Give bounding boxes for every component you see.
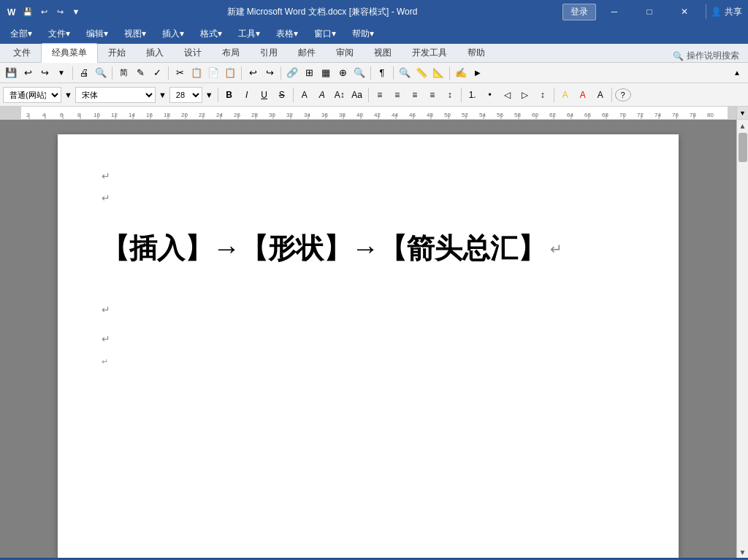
toolbar-collapse[interactable]: ▲	[729, 65, 745, 81]
font-selector[interactable]: 宋体	[75, 87, 156, 103]
style-dropdown-arrow[interactable]: ▼	[63, 91, 74, 99]
tab-references[interactable]: 引用	[250, 44, 288, 62]
ruler-collapse-button[interactable]: ▼	[736, 107, 748, 120]
menu-file[interactable]: 文件▾	[41, 26, 77, 42]
toolbar-save[interactable]: 💾	[3, 65, 19, 81]
undo-icon[interactable]: ↩	[38, 6, 50, 18]
sort[interactable]: ↕	[535, 87, 551, 103]
toolbar-redo[interactable]: ↪	[37, 65, 53, 81]
toolbar-format-marks[interactable]: ¶	[374, 65, 390, 81]
close-button[interactable]: ✕	[668, 0, 701, 23]
toolbar-field[interactable]: ⊕	[335, 65, 351, 81]
sep2	[112, 66, 112, 80]
svg-text:48: 48	[427, 112, 433, 118]
menu-tools[interactable]: 工具▾	[231, 26, 267, 42]
tab-home[interactable]: 开始	[98, 44, 136, 62]
save-icon[interactable]: 💾	[22, 6, 34, 18]
tab-classic[interactable]: 经典菜单	[41, 43, 98, 63]
toolbar-preview[interactable]: 🔍	[93, 65, 109, 81]
toolbar-search[interactable]: 🔍	[351, 65, 367, 81]
font-dropdown-arrow[interactable]: ▼	[157, 91, 168, 99]
paragraph-3: ↵	[102, 290, 635, 319]
toolbar-table[interactable]: ⊞	[301, 65, 317, 81]
login-button[interactable]: 登录	[562, 4, 596, 20]
toolbar-hyperlink[interactable]: 🔗	[284, 65, 300, 81]
line-spacing[interactable]: ↕	[442, 87, 458, 103]
svg-text:74: 74	[654, 112, 661, 118]
toolbar-ruler[interactable]: 📏	[413, 65, 430, 81]
underline-button[interactable]: U	[256, 87, 272, 103]
toolbar-paste-format[interactable]: 📋	[222, 65, 238, 81]
toolbar-copy[interactable]: 📋	[188, 65, 205, 81]
highlight-button[interactable]: A	[314, 87, 330, 103]
char-spacing-button[interactable]: A↕	[332, 87, 348, 103]
tab-developer[interactable]: 开发工具	[402, 44, 457, 62]
bold-button[interactable]: B	[221, 87, 237, 103]
italic-button[interactable]: I	[239, 87, 255, 103]
menu-help[interactable]: 帮助▾	[345, 26, 381, 42]
decrease-indent[interactable]: ◁	[500, 87, 516, 103]
tab-layout[interactable]: 布局	[212, 44, 250, 62]
increase-indent[interactable]: ▷	[517, 87, 533, 103]
tab-file[interactable]: 文件	[3, 44, 41, 62]
menu-table[interactable]: 表格▾	[269, 26, 305, 42]
toolbar-undo2[interactable]: ↩	[245, 65, 261, 81]
font-color-button[interactable]: A	[297, 87, 313, 103]
size-dropdown-arrow[interactable]: ▼	[204, 91, 215, 99]
share-button[interactable]: 👤 共享	[711, 6, 742, 18]
toolbar-highlight[interactable]: ✍	[453, 65, 469, 81]
justify[interactable]: ≡	[424, 87, 440, 103]
align-center[interactable]: ≡	[389, 87, 405, 103]
main-text[interactable]: 【插入】→【形状】→【箭头总汇】	[102, 229, 546, 268]
char-border[interactable]: A	[592, 87, 608, 103]
tab-view[interactable]: 视图	[364, 44, 402, 62]
restore-button[interactable]: □	[633, 0, 666, 23]
menu-view[interactable]: 视图▾	[117, 26, 153, 42]
redo-icon[interactable]: ↪	[54, 6, 66, 18]
toolbar-simplified[interactable]: 简	[115, 65, 131, 81]
document-page[interactable]: ↵ ↵ 【插入】→【形状】→【箭头总汇】 ↵ ↵ ↵ ↵	[58, 134, 679, 558]
scroll-thumb[interactable]	[739, 133, 747, 162]
bullet-list[interactable]: •	[482, 87, 498, 103]
svg-text:26: 26	[234, 112, 240, 118]
toolbar-check[interactable]: ✓	[149, 65, 165, 81]
tab-insert[interactable]: 插入	[136, 44, 174, 62]
tab-design[interactable]: 设计	[174, 44, 212, 62]
menu-all[interactable]: 全部▾	[3, 26, 39, 42]
toolbar-redo2[interactable]: ↪	[262, 65, 278, 81]
toolbar-nav[interactable]: 📐	[430, 65, 446, 81]
toolbar-pen[interactable]: ✎	[132, 65, 148, 81]
toolbar-cut[interactable]: ✂	[172, 65, 188, 81]
tab-review[interactable]: 审阅	[326, 44, 364, 62]
menu-window[interactable]: 窗口▾	[307, 26, 343, 42]
help-search[interactable]: 🔍 操作说明搜索	[667, 50, 745, 62]
help-btn[interactable]: ?	[615, 88, 631, 101]
align-left[interactable]: ≡	[372, 87, 388, 103]
size-selector[interactable]: 28	[169, 87, 202, 103]
scroll-down-button[interactable]: ▼	[737, 546, 749, 558]
scroll-up-button[interactable]: ▲	[737, 120, 749, 131]
vertical-scrollbar[interactable]: ▲ ▼	[736, 120, 748, 558]
strikethrough-button[interactable]: S	[274, 87, 290, 103]
menu-edit[interactable]: 编辑▾	[79, 26, 115, 42]
toolbar-paste[interactable]: 📄	[205, 65, 221, 81]
scroll-track[interactable]	[737, 131, 748, 546]
case-button[interactable]: Aa	[349, 87, 365, 103]
style-selector[interactable]: 普通(网站)	[3, 87, 61, 103]
tab-mailing[interactable]: 邮件	[288, 44, 326, 62]
toolbar-zoom-out[interactable]: 🔍	[397, 65, 413, 81]
menu-format[interactable]: 格式▾	[193, 26, 229, 42]
menu-insert[interactable]: 插入▾	[155, 26, 191, 42]
toolbar-undo[interactable]: ↩	[20, 65, 36, 81]
toolbar-more-right[interactable]: ▶	[470, 65, 486, 81]
highlight-color[interactable]: A	[557, 87, 573, 103]
minimize-button[interactable]: ─	[598, 0, 631, 23]
numbered-list[interactable]: 1.	[465, 87, 481, 103]
toolbar-columns[interactable]: ▦	[318, 65, 334, 81]
font-color2[interactable]: A	[575, 87, 591, 103]
customize-icon[interactable]: ▼	[70, 6, 82, 18]
tab-help[interactable]: 帮助	[457, 44, 495, 62]
toolbar-print[interactable]: 🖨	[76, 65, 92, 81]
align-right[interactable]: ≡	[407, 87, 423, 103]
toolbar-more[interactable]: ▼	[53, 65, 69, 81]
